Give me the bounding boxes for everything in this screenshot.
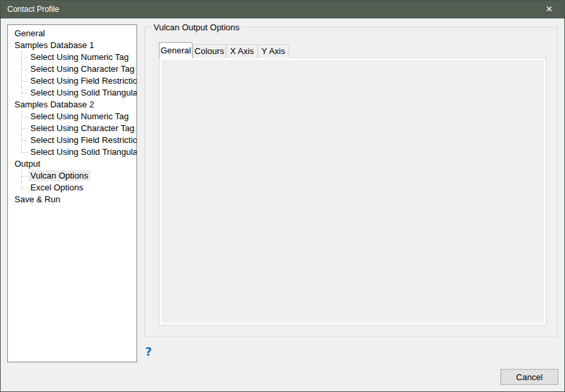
tree-panel[interactable]: GeneralSamples Database 1Select Using Nu…: [7, 24, 137, 362]
tree-item[interactable]: Select Using Character Tag: [21, 63, 136, 75]
groupbox-title: Vulcan Output Options: [151, 22, 242, 32]
tree-item-label: Samples Database 1: [13, 40, 96, 51]
cancel-button[interactable]: Cancel: [500, 369, 558, 385]
tree-item-label: Samples Database 2: [13, 99, 96, 110]
tree-item[interactable]: Save & Run: [8, 194, 136, 206]
window-title: Contact Profile: [7, 5, 59, 14]
tree-item-label: Select Using Field Restriction: [28, 134, 137, 146]
tree-item-label: Excel Options: [28, 182, 85, 193]
tree-item-label: Vulcan Options: [28, 170, 90, 181]
tree-item-label: Select Using Solid Triangulation: [28, 146, 137, 157]
tree-item[interactable]: Select Using Solid Triangulation: [21, 146, 136, 158]
tree-item-label: Select Using Field Restriction: [28, 75, 137, 86]
tree-item-label: Save & Run: [13, 194, 62, 205]
tree-item[interactable]: Select Using Character Tag: [21, 123, 136, 134]
tab-page-general: [159, 57, 547, 325]
tree-item[interactable]: Excel Options: [21, 182, 136, 194]
tab-colours[interactable]: Colours: [193, 44, 226, 58]
tab-x-axis[interactable]: X Axis: [226, 44, 258, 58]
tree-item[interactable]: Output: [8, 158, 136, 170]
tree-item[interactable]: Samples Database 1: [8, 40, 136, 51]
tree-item-label: Select Using Numeric Tag: [28, 51, 131, 63]
tree-item-label: Output: [13, 158, 42, 169]
tab-y-axis[interactable]: Y Axis: [258, 44, 289, 58]
tree-item-label: Select Using Numeric Tag: [28, 111, 131, 122]
help-icon[interactable]: ?: [145, 345, 152, 358]
tree-item[interactable]: Select Using Field Restriction: [21, 75, 136, 87]
tree-item-label: Select Using Character Tag: [28, 63, 136, 74]
tree-item[interactable]: Samples Database 2: [8, 99, 136, 111]
dialog-window: Contact Profile × GeneralSamples Databas…: [0, 0, 565, 392]
tree-item-label: Select Using Character Tag: [28, 123, 136, 134]
tree-item[interactable]: Select Using Numeric Tag: [21, 51, 136, 63]
tree-item[interactable]: General: [8, 28, 136, 40]
close-icon[interactable]: ×: [534, 1, 564, 18]
tree-item[interactable]: Select Using Field Restriction: [21, 134, 136, 146]
tree-item-label: Select Using Solid Triangulation: [28, 87, 137, 98]
title-bar: Contact Profile ×: [1, 1, 564, 18]
tree-item[interactable]: Select Using Numeric Tag: [21, 111, 136, 123]
tree-item[interactable]: Vulcan Options: [21, 170, 136, 182]
tree-item-label: General: [13, 28, 47, 39]
tree-item[interactable]: Select Using Solid Triangulation: [21, 87, 136, 99]
tab-general[interactable]: General: [159, 42, 193, 58]
